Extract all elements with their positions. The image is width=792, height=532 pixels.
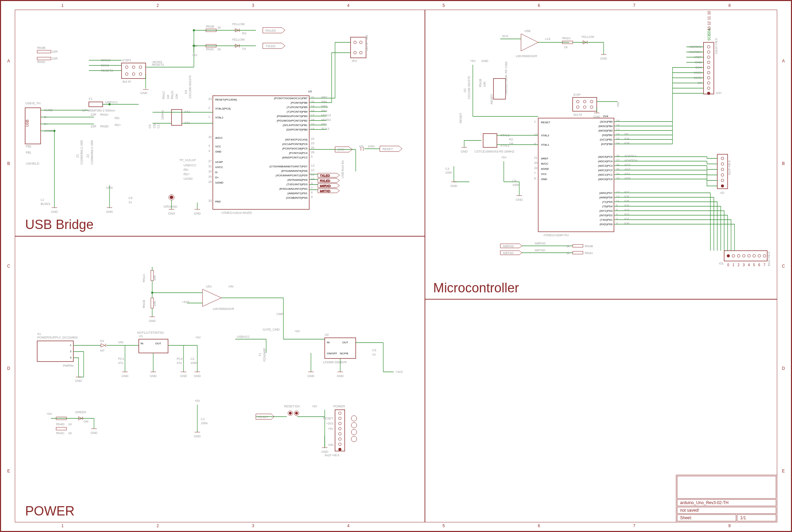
svg-text:GND: GND bbox=[321, 450, 329, 453]
svg-point-356 bbox=[576, 106, 579, 108]
svg-text:(T1/PCINT5)PB5: (T1/PCINT5)PB5 bbox=[287, 106, 308, 109]
svg-text:GND: GND bbox=[91, 431, 98, 435]
svg-text:47u: 47u bbox=[177, 361, 182, 365]
svg-text:GND: GND bbox=[106, 210, 113, 213]
svg-text:DTR: DTR bbox=[338, 148, 344, 152]
svg-text:AD3: AD3 bbox=[624, 163, 631, 167]
svg-text:VCC: VCC bbox=[215, 145, 221, 148]
svg-text:GND: GND bbox=[180, 374, 187, 378]
svg-text:14: 14 bbox=[311, 127, 314, 131]
svg-text:PAD: PAD bbox=[215, 200, 221, 203]
svg-text:ON/OFF: ON/OFF bbox=[327, 352, 337, 355]
svg-text:AD: AD bbox=[720, 191, 725, 195]
svg-text:C3: C3 bbox=[372, 348, 376, 352]
svg-text:(AIN0)PD6: (AIN0)PD6 bbox=[599, 196, 613, 199]
svg-text:14: 14 bbox=[616, 142, 619, 145]
svg-text:22R: 22R bbox=[91, 125, 96, 128]
svg-text:C9: C9 bbox=[148, 124, 152, 128]
svg-text:33: 33 bbox=[208, 199, 212, 202]
svg-text:TS42031-160R-TR-7260: TS42031-160R-TR-7260 bbox=[504, 62, 508, 96]
svg-text:3x2 M: 3x2 M bbox=[573, 113, 582, 116]
svg-rect-369 bbox=[573, 251, 583, 254]
svg-text:USBVCC: USBVCC bbox=[237, 335, 250, 338]
svg-text:RN2B: RN2B bbox=[206, 25, 214, 28]
svg-text:ZU4: ZU4 bbox=[603, 115, 608, 118]
grid-col-6: 6 bbox=[538, 3, 540, 8]
svg-text:RESET-EN: RESET-EN bbox=[284, 405, 300, 408]
svg-text:LP2985-33DBVR: LP2985-33DBVR bbox=[323, 361, 347, 364]
svg-text:XTAL1: XTAL1 bbox=[215, 116, 223, 119]
title-block: arduino_Uno_Rev3-02-TH not saved! Sheet:… bbox=[676, 475, 777, 522]
svg-text:RESET: RESET bbox=[383, 147, 393, 151]
svg-text:CD1206-S01575: CD1206-S01575 bbox=[467, 76, 471, 99]
svg-text:22R: 22R bbox=[91, 113, 96, 116]
svg-rect-385 bbox=[139, 339, 168, 353]
svg-text:(AIN0/INT1)PD1: (AIN0/INT1)PD1 bbox=[288, 192, 308, 195]
svg-text:CG0603MLC-05E: CG0603MLC-05E bbox=[80, 140, 83, 165]
svg-point-455 bbox=[338, 422, 341, 425]
svg-text:LMV358IDGKR: LMV358IDGKR bbox=[516, 54, 538, 58]
svg-point-80 bbox=[139, 66, 142, 69]
svg-text:15: 15 bbox=[616, 137, 619, 140]
svg-point-460 bbox=[338, 448, 341, 451]
svg-text:UCAP: UCAP bbox=[215, 160, 223, 164]
svg-text:100n: 100n bbox=[445, 171, 452, 174]
svg-text:M8TXD: M8TXD bbox=[535, 249, 545, 252]
svg-text:(RXD1/AIN1/INT2)PD2: (RXD1/AIN1/INT2)PD2 bbox=[279, 187, 308, 190]
svg-text:RN4C: RN4C bbox=[56, 431, 65, 435]
svg-text:(RXD)PD0: (RXD)PD0 bbox=[600, 223, 613, 226]
svg-text:XT1: XT1 bbox=[184, 121, 190, 125]
svg-text:+5V: +5V bbox=[192, 53, 197, 57]
svg-text:NCP1117ST50T3G: NCP1117ST50T3G bbox=[137, 331, 164, 334]
svg-text:100n: 100n bbox=[368, 145, 375, 148]
svg-text:RESET: RESET bbox=[323, 417, 334, 420]
svg-text:1K: 1K bbox=[217, 48, 221, 51]
svg-text:GND: GND bbox=[194, 212, 201, 215]
microcontroller-schematic: ZU4 ATMEGA328P-PU RESET XTAL2 XTAL1 AREF… bbox=[425, 10, 779, 299]
svg-text:26: 26 bbox=[311, 150, 314, 154]
svg-text:IO6: IO6 bbox=[624, 195, 629, 198]
svg-text:24: 24 bbox=[208, 97, 212, 101]
svg-text:AVCC: AVCC bbox=[215, 136, 223, 139]
svg-text:SCK2: SCK2 bbox=[321, 127, 330, 131]
svg-text:RN4A: RN4A bbox=[585, 251, 593, 255]
svg-text:10K: 10K bbox=[153, 275, 156, 281]
svg-text:8: 8 bbox=[534, 177, 536, 180]
svg-text:10K: 10K bbox=[483, 82, 486, 87]
grid-col-8: 8 bbox=[728, 3, 731, 8]
svg-text:(T1/PCINT4)PB4: (T1/PCINT4)PB4 bbox=[287, 110, 308, 113]
svg-text:3: 3 bbox=[70, 356, 72, 359]
svg-point-355 bbox=[590, 100, 593, 103]
sheet-number: 1/1 bbox=[737, 514, 776, 521]
svg-text:(ADC2)PC2: (ADC2)PC2 bbox=[598, 169, 613, 172]
svg-rect-338 bbox=[483, 134, 497, 147]
svg-text:RN3A: RN3A bbox=[100, 113, 108, 116]
svg-text:12: 12 bbox=[616, 195, 619, 198]
svg-text:ICSP1: ICSP1 bbox=[122, 59, 131, 62]
svg-text:17: 17 bbox=[311, 114, 314, 117]
svg-text:RN1B: RN1B bbox=[479, 79, 482, 87]
svg-text:GATE_CMD: GATE_CMD bbox=[263, 328, 280, 331]
svg-text:BLM21: BLM21 bbox=[41, 202, 51, 206]
svg-text:1k: 1k bbox=[566, 244, 570, 248]
svg-text:LMV358IDGKR: LMV358IDGKR bbox=[213, 307, 235, 311]
svg-text:15: 15 bbox=[311, 123, 314, 126]
svg-text:(ICP)PB0: (ICP)PB0 bbox=[601, 143, 613, 146]
svg-text:19: 19 bbox=[311, 105, 314, 108]
svg-text:22R: 22R bbox=[52, 50, 58, 53]
svg-text:(ADC4)PC4: (ADC4)PC4 bbox=[598, 160, 613, 163]
svg-point-292 bbox=[721, 157, 724, 160]
svg-point-468 bbox=[351, 423, 357, 428]
svg-text:(PD0/MISO/PCINT3)PB3: (PD0/MISO/PCINT3)PB3 bbox=[277, 115, 308, 118]
svg-text:RN1D: RN1D bbox=[170, 91, 174, 99]
svg-text:RD+: RD+ bbox=[184, 173, 190, 176]
svg-point-454 bbox=[338, 417, 341, 420]
svg-point-271 bbox=[707, 87, 710, 90]
svg-text:L1: L1 bbox=[41, 198, 44, 201]
svg-text:1: 1 bbox=[534, 120, 536, 123]
svg-text:1K: 1K bbox=[217, 26, 221, 29]
svg-rect-107 bbox=[37, 50, 51, 53]
svg-text:VCC: VCC bbox=[541, 173, 547, 176]
svg-text:32: 32 bbox=[208, 135, 212, 139]
svg-text:4: 4 bbox=[616, 213, 618, 216]
